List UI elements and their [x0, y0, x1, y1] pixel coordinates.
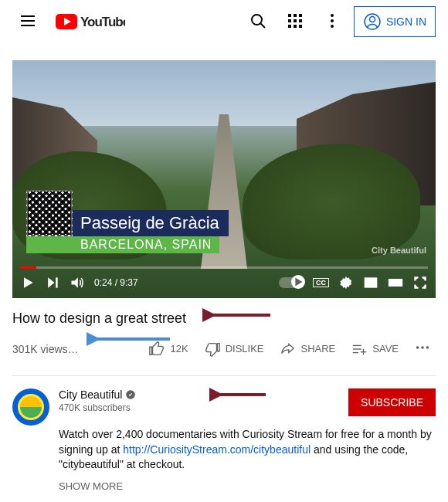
controls-right: CC: [279, 275, 428, 290]
svg-line-7: [260, 23, 265, 28]
svg-point-38: [426, 346, 429, 349]
next-icon: [45, 275, 60, 290]
more-actions-button[interactable]: [409, 334, 436, 363]
description-link[interactable]: http://CuriosityStream.com/citybeautiful: [123, 443, 311, 456]
share-icon: [279, 341, 296, 358]
subscribe-button[interactable]: Subscribe: [348, 388, 436, 416]
captions-button[interactable]: CC: [313, 278, 329, 287]
youtube-logo-icon: YouTube: [56, 14, 125, 29]
svg-marker-26: [295, 278, 302, 287]
channel-top: City Beautiful 470K subscribers Subscrib…: [59, 388, 436, 416]
svg-rect-11: [288, 19, 291, 22]
cc-icon: CC: [313, 278, 329, 287]
thumbs-up-icon: [148, 341, 165, 358]
settings-button[interactable]: [317, 5, 348, 39]
svg-point-17: [331, 14, 334, 17]
gear-icon: [338, 275, 354, 290]
save-label: SAVE: [372, 343, 399, 354]
svg-rect-16: [299, 25, 302, 28]
view-count: 301K views…: [12, 343, 79, 355]
thumbs-down-icon: [204, 341, 221, 358]
playlist-add-icon: [351, 341, 368, 358]
kebab-icon: [323, 12, 341, 30]
channel-body: City Beautiful 470K subscribers Subscrib…: [59, 388, 436, 492]
player-controls: 0:24 / 9:37 CC: [12, 267, 436, 298]
user-icon: [363, 12, 382, 31]
svg-rect-24: [56, 277, 58, 287]
header-left: YouTube: [12, 5, 125, 39]
verified-badge-icon: [125, 389, 136, 400]
svg-rect-29: [371, 283, 375, 286]
play-button[interactable]: [20, 275, 36, 290]
play-icon: [20, 275, 36, 290]
action-buttons: 12K DISLIKE SHARE SAVE: [144, 334, 436, 363]
search-icon: [249, 12, 267, 30]
svg-point-37: [421, 346, 424, 349]
svg-point-21: [369, 17, 375, 22]
svg-point-6: [252, 15, 262, 25]
signin-label: Sign In: [386, 15, 426, 28]
svg-text:YouTube: YouTube: [80, 15, 125, 29]
video-bg-trees: [243, 144, 420, 259]
share-label: SHARE: [300, 343, 335, 354]
settings-gear-button[interactable]: [338, 275, 354, 290]
fullscreen-icon: [412, 275, 428, 290]
svg-rect-15: [294, 25, 297, 28]
next-button[interactable]: [45, 275, 60, 290]
apps-grid-icon: [286, 12, 304, 30]
svg-rect-10: [299, 14, 302, 17]
channel-avatar[interactable]: [12, 388, 49, 426]
miniplayer-button[interactable]: [363, 275, 378, 290]
hamburger-menu-button[interactable]: [12, 5, 43, 39]
video-description: Watch over 2,400 documentaries with Curi…: [59, 427, 436, 473]
show-more-button[interactable]: SHOW MORE: [59, 480, 436, 492]
svg-rect-13: [299, 19, 302, 22]
share-button[interactable]: SHARE: [274, 336, 340, 362]
like-count: 12K: [170, 343, 188, 354]
svg-rect-9: [294, 14, 297, 17]
apps-button[interactable]: [280, 5, 311, 39]
map-thumb-icon: [26, 190, 73, 236]
header-right: Sign In: [243, 5, 436, 39]
dislike-button[interactable]: DISLIKE: [199, 336, 269, 362]
dislike-label: DISLIKE: [226, 343, 264, 354]
theater-button[interactable]: [388, 275, 403, 290]
avatar-icon: [18, 394, 44, 420]
separator: [12, 375, 436, 376]
controls-left: 0:24 / 9:37: [20, 275, 138, 290]
volume-icon: [70, 275, 85, 290]
caption-city: BARCELONA, SPAIN: [26, 236, 219, 253]
more-horizontal-icon: [414, 339, 431, 356]
like-button[interactable]: 12K: [144, 336, 192, 362]
video-meta: How to design a great street 301K views……: [0, 298, 448, 369]
info-row: 301K views… 12K DISLIKE SHARE SAVE: [12, 334, 436, 363]
svg-point-19: [331, 25, 334, 28]
signin-button[interactable]: Sign In: [354, 6, 436, 37]
header: YouTube Sign In: [0, 0, 448, 43]
annotation-arrow: [209, 385, 267, 404]
hamburger-icon: [19, 12, 37, 30]
volume-button[interactable]: [70, 275, 85, 290]
autoplay-pill-icon: [279, 277, 304, 288]
autoplay-toggle[interactable]: [279, 277, 304, 288]
channel-name-row[interactable]: City Beautiful: [59, 388, 136, 401]
time-display: 0:24 / 9:37: [94, 277, 138, 288]
svg-marker-25: [72, 277, 78, 287]
youtube-logo[interactable]: YouTube: [56, 14, 125, 29]
svg-point-36: [416, 346, 419, 349]
subscriber-count: 470K subscribers: [59, 402, 136, 413]
video-player[interactable]: Passeig de Gràcia BARCELONA, SPAIN City …: [12, 60, 436, 298]
svg-rect-12: [294, 19, 297, 22]
channel-section: City Beautiful 470K subscribers Subscrib…: [0, 382, 448, 498]
theater-icon: [388, 275, 403, 290]
svg-rect-14: [288, 25, 291, 28]
svg-rect-30: [389, 280, 402, 286]
svg-marker-23: [48, 277, 54, 287]
svg-point-18: [331, 19, 334, 22]
save-button[interactable]: SAVE: [346, 336, 403, 362]
video-title: How to design a great street: [12, 310, 436, 327]
svg-marker-22: [24, 277, 33, 287]
search-button[interactable]: [243, 5, 273, 39]
svg-rect-8: [288, 14, 291, 17]
fullscreen-button[interactable]: [412, 275, 428, 290]
